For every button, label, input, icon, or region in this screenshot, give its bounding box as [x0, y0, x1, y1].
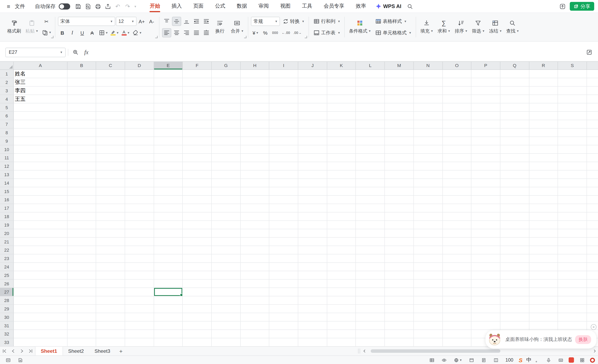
cell-A32[interactable] [14, 330, 67, 338]
cell-P25[interactable] [471, 271, 500, 280]
cell-P9[interactable] [471, 137, 500, 145]
cell-B21[interactable] [67, 238, 96, 246]
cell-Q29[interactable] [500, 305, 529, 313]
justify-button[interactable] [192, 28, 201, 38]
cell-F5[interactable] [183, 103, 212, 112]
autosave-toggle[interactable] [58, 3, 70, 9]
cell-L29[interactable] [356, 305, 385, 313]
cell-I32[interactable] [269, 330, 299, 338]
cell-P16[interactable] [471, 196, 500, 204]
cell-M13[interactable] [385, 171, 414, 179]
cell-O19[interactable] [443, 221, 472, 229]
cell-C32[interactable] [96, 330, 125, 338]
ime-punctuation-indicator[interactable]: 。 [535, 356, 540, 364]
cell-M8[interactable] [385, 128, 414, 137]
cell-J20[interactable] [298, 229, 327, 238]
cell-L25[interactable] [356, 271, 385, 280]
cell-P31[interactable] [471, 322, 500, 330]
cell-O4[interactable] [443, 95, 472, 103]
cell-C11[interactable] [96, 154, 125, 162]
cell-C18[interactable] [96, 213, 125, 221]
cell-K32[interactable] [327, 330, 356, 338]
font-size-combo[interactable]: 12 ▾ [116, 17, 136, 26]
rows-columns-button[interactable]: 行和列 ▾ [312, 17, 342, 26]
select-all-corner[interactable] [0, 62, 14, 70]
cell-L2[interactable] [356, 78, 385, 87]
row-header-24[interactable]: 24 [0, 263, 14, 271]
row-header-21[interactable]: 21 [0, 238, 14, 246]
cell-L7[interactable] [356, 120, 385, 129]
cell-I20[interactable] [269, 229, 299, 238]
cell-J23[interactable] [298, 255, 327, 263]
cell-D3[interactable] [125, 86, 154, 95]
cell-D10[interactable] [125, 145, 154, 154]
toolbox-grid-button[interactable] [578, 356, 586, 364]
menu-tab-10[interactable]: 效率 [350, 0, 372, 13]
column-header-L[interactable]: L [356, 62, 385, 70]
cell-G26[interactable] [212, 280, 241, 288]
cell-S1[interactable] [558, 70, 587, 78]
cell-I16[interactable] [269, 196, 299, 204]
sogou-input-icon[interactable]: S [519, 357, 523, 363]
underline-button[interactable]: U [78, 28, 87, 38]
cell-D25[interactable] [125, 271, 154, 280]
cell-J27[interactable] [298, 288, 327, 296]
cell-G16[interactable] [212, 196, 241, 204]
cell-P12[interactable] [471, 162, 500, 171]
cell-L24[interactable] [356, 263, 385, 271]
cell-D9[interactable] [125, 137, 154, 145]
cell-C19[interactable] [96, 221, 125, 229]
cell-D7[interactable] [125, 120, 154, 129]
cell-M24[interactable] [385, 263, 414, 271]
cell-C33[interactable] [96, 338, 125, 346]
row-header-2[interactable]: 2 [0, 78, 14, 87]
cell-P13[interactable] [471, 171, 500, 179]
cell-J21[interactable] [298, 238, 327, 246]
cell-D17[interactable] [125, 204, 154, 213]
cell-D12[interactable] [125, 162, 154, 171]
cell-E25[interactable] [154, 271, 183, 280]
cell-C24[interactable] [96, 263, 125, 271]
cell-N33[interactable] [414, 338, 443, 346]
cell-C25[interactable] [96, 271, 125, 280]
cell-F28[interactable] [183, 296, 212, 305]
expand-formula-bar-button[interactable] [584, 47, 594, 57]
cell-J11[interactable] [298, 154, 327, 162]
cell-S29[interactable] [558, 305, 587, 313]
cell-A22[interactable] [14, 246, 67, 255]
cell-K18[interactable] [327, 213, 356, 221]
cell-O8[interactable] [443, 128, 472, 137]
cell-L14[interactable] [356, 179, 385, 187]
cell-I23[interactable] [269, 255, 299, 263]
cell-J8[interactable] [298, 128, 327, 137]
cell-B32[interactable] [67, 330, 96, 338]
cell-J10[interactable] [298, 145, 327, 154]
previous-sheet-button[interactable] [9, 347, 18, 356]
cell-Q7[interactable] [500, 120, 529, 129]
banner-close-icon[interactable]: × [591, 324, 597, 330]
cell-I22[interactable] [269, 246, 299, 255]
row-header-13[interactable]: 13 [0, 171, 14, 179]
cell-B5[interactable] [67, 103, 96, 112]
row-header-4[interactable]: 4 [0, 95, 14, 103]
cell-P26[interactable] [471, 280, 500, 288]
cell-E28[interactable] [154, 296, 183, 305]
cell-J33[interactable] [298, 338, 327, 346]
cell-K17[interactable] [327, 204, 356, 213]
cell-K24[interactable] [327, 263, 356, 271]
cell-O1[interactable] [443, 70, 472, 78]
cell-E2[interactable] [154, 78, 183, 87]
cell-N11[interactable] [414, 154, 443, 162]
increase-font-button[interactable]: A+ [137, 17, 146, 26]
cell-A4[interactable]: 王五 [14, 95, 67, 103]
cell-K33[interactable] [327, 338, 356, 346]
cell-Q30[interactable] [500, 313, 529, 322]
cell-K22[interactable] [327, 246, 356, 255]
cell-J2[interactable] [298, 78, 327, 87]
cell-Q27[interactable] [500, 288, 529, 296]
cell-H7[interactable] [241, 120, 269, 129]
name-box[interactable]: E27 ▾ [5, 48, 66, 57]
cell-J13[interactable] [298, 171, 327, 179]
cell-R15[interactable] [529, 187, 558, 196]
cell-F17[interactable] [183, 204, 212, 213]
